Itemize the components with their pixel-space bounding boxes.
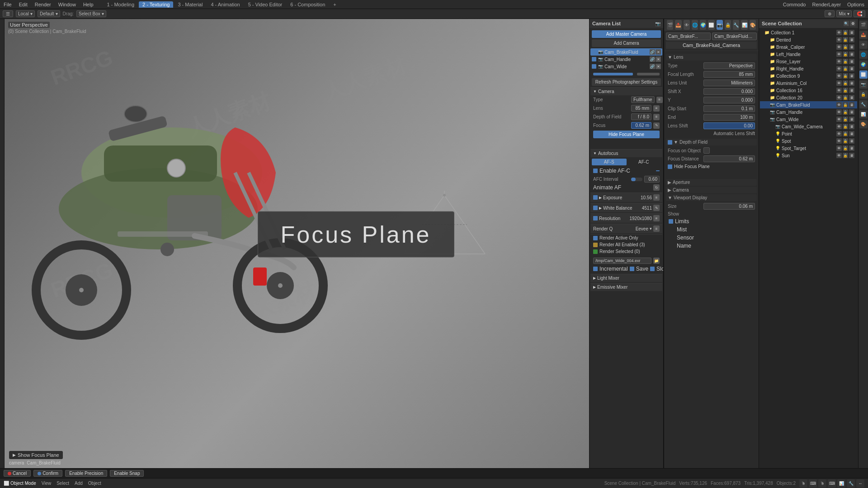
menu-render[interactable]: Render: [33, 2, 53, 7]
scene-item-collection-20[interactable]: 📁Collection 20👁🔒🖥: [760, 94, 857, 101]
rs-icon-3[interactable]: 👁: [859, 41, 868, 49]
vis-btn[interactable]: 🖥: [849, 30, 854, 35]
tab-texturing[interactable]: 2 - Texturing: [139, 1, 173, 8]
options-btn[interactable]: Options: [845, 2, 866, 7]
enable-afc-checkbox[interactable]: [593, 169, 598, 173]
scene-item-break_caliper[interactable]: 📁Break_Caliper👁🔒🖥: [760, 43, 857, 51]
object-menu[interactable]: Object: [88, 481, 101, 486]
scene-item-cam_wide_camera[interactable]: 📷Cam_Wide_Camera👁🔒🖥: [760, 123, 857, 130]
focus-pencil-btn[interactable]: ✎: [653, 122, 660, 129]
vis-btn[interactable]: 🔒: [843, 73, 848, 79]
viewport-display-header[interactable]: ▼ Viewport Display: [666, 194, 757, 201]
vis-btn[interactable]: 🔒: [843, 88, 848, 93]
render-selected-checkbox[interactable]: [593, 249, 598, 254]
rs-icon-2[interactable]: 📤: [859, 31, 868, 39]
props-tab-data[interactable]: 📊: [741, 20, 747, 30]
refresh-btn[interactable]: Refresh Photographer Settings: [592, 78, 661, 86]
rs-icon-6[interactable]: ⬜: [859, 70, 868, 79]
ctrl-icon-7[interactable]: ↔: [856, 479, 864, 488]
rs-icon-8[interactable]: 🔒: [859, 90, 868, 99]
vis-btn[interactable]: 🔒: [843, 66, 848, 71]
props-tab-render[interactable]: 🎬: [667, 20, 673, 30]
vis-btn[interactable]: 🔒: [843, 138, 848, 144]
add-menu[interactable]: Add: [75, 481, 83, 486]
vis-btn[interactable]: 👁: [836, 88, 842, 93]
exposure-header[interactable]: ▶ Exposure 10.56 ≡: [590, 193, 662, 202]
vis-btn[interactable]: 🖥: [849, 131, 854, 136]
props-tab-modifier[interactable]: 🔧: [733, 20, 739, 30]
ctrl-icon-6[interactable]: 🔧: [847, 479, 855, 488]
ctrl-icon-4[interactable]: ⌨: [828, 479, 836, 488]
ctrl-icon-5[interactable]: 📊: [837, 479, 845, 488]
select-menu[interactable]: Select: [57, 481, 69, 486]
vis-btn[interactable]: 👁: [836, 153, 842, 158]
scene-item-collection-16[interactable]: 📁Collection 16👁🔒🖥: [760, 87, 857, 94]
camera-section-header[interactable]: ▼ Camera: [590, 88, 662, 95]
tab-material[interactable]: 3 - Material: [174, 1, 206, 8]
cam-checkbox-wide[interactable]: [592, 64, 596, 69]
cam-checkbox-brakefluid[interactable]: [592, 50, 596, 54]
vis-btn[interactable]: 🔒: [843, 80, 848, 86]
cam-wide-close-btn[interactable]: ✕: [656, 64, 661, 69]
hide-focus-plane-btn[interactable]: Hide Focus Plane: [593, 131, 660, 138]
snap-btn[interactable]: 🧲: [854, 10, 865, 17]
cam-selector-1[interactable]: Cam_BrakeF...: [666, 33, 711, 40]
vis-btn[interactable]: 🖥: [849, 124, 854, 129]
incremental-checkbox[interactable]: [593, 267, 598, 271]
cam-checkbox-handle[interactable]: [592, 57, 596, 61]
cancel-button[interactable]: Cancel: [4, 470, 31, 477]
tab-add[interactable]: +: [330, 1, 340, 8]
save-checkbox[interactable]: [630, 267, 634, 271]
vis-btn[interactable]: 🖥: [849, 37, 854, 42]
vis-btn[interactable]: 👁: [836, 131, 842, 136]
camera-type-value[interactable]: Fullframe: [631, 96, 655, 103]
vis-btn[interactable]: 🔒: [843, 95, 848, 100]
viewport[interactable]: RRCG 人人素材 RRCG 人人素材 RRCG 人人素材 人人素材 RRCG …: [5, 19, 589, 468]
emissive-mixer-header[interactable]: ▶ Emissive Mixer: [590, 283, 662, 291]
render-all-checkbox[interactable]: [593, 243, 598, 247]
vis-btn[interactable]: 👁: [836, 73, 842, 79]
add-master-camera-btn[interactable]: Add Master Camera: [592, 30, 661, 38]
rs-icon-1[interactable]: 🎬: [859, 21, 868, 29]
vis-btn[interactable]: 🖥: [849, 117, 854, 122]
light-mixer-header[interactable]: ▶ Light Mixer: [590, 274, 662, 282]
vis-btn[interactable]: 🖥: [849, 73, 854, 79]
tab-animation[interactable]: 4 - Animation: [207, 1, 243, 8]
scene-item-rose_layer[interactable]: 📁Rose_Layer👁🔒🖥: [760, 58, 857, 65]
shift-y-value[interactable]: 0.000: [703, 97, 755, 103]
vis-btn[interactable]: 👁: [836, 30, 842, 35]
cam-entry-wide[interactable]: 📷 Cam_Wide 🔗 ✕: [590, 63, 662, 70]
vis-btn[interactable]: 🔒: [843, 37, 848, 42]
rs-icon-10[interactable]: 📊: [859, 110, 868, 118]
focus-object-picker[interactable]: [703, 147, 710, 154]
border-btn[interactable]: [637, 73, 660, 75]
scene-item-cam_wide[interactable]: 📷Cam_Wide👁🔒🖥: [760, 116, 857, 123]
vis-btn[interactable]: 🖥: [849, 66, 854, 71]
vd-limits-checkbox[interactable]: [669, 219, 673, 224]
menu-help[interactable]: Help: [81, 2, 95, 7]
props-tab-object[interactable]: ⬜: [708, 20, 714, 30]
vis-btn[interactable]: 🖥: [849, 95, 854, 100]
resolution-header[interactable]: Resolution 868x488 ≡: [590, 214, 662, 223]
lens-value[interactable]: 85 mm: [631, 105, 651, 112]
res-checkbox[interactable]: [593, 216, 598, 221]
props-tab-material[interactable]: 🎨: [750, 20, 756, 30]
add-camera-btn[interactable]: Add Camera: [592, 39, 661, 47]
vis-btn[interactable]: 👁: [836, 145, 842, 151]
view-menu[interactable]: View: [42, 481, 52, 486]
vis-btn[interactable]: 🔒: [843, 124, 848, 129]
render-all-enabled-row[interactable]: Render All Enabled (3): [590, 241, 662, 248]
vis-btn[interactable]: 🖥: [849, 145, 854, 151]
output-path-btn[interactable]: 📁: [653, 258, 660, 264]
wb-checkbox[interactable]: [593, 206, 598, 210]
ctrl-icon-3[interactable]: 🖱: [818, 479, 826, 488]
rs-icon-4[interactable]: 🌐: [859, 51, 868, 59]
afs-btn[interactable]: AF-S: [592, 159, 627, 165]
scene-item-sun[interactable]: 💡Sun👁🔒🖥: [760, 152, 857, 159]
menu-file[interactable]: File: [2, 2, 14, 7]
vis-btn[interactable]: 👁: [836, 109, 842, 115]
vis-btn[interactable]: 🔒: [843, 52, 848, 57]
dof-enabled-checkbox[interactable]: [668, 140, 672, 145]
vd-size-value[interactable]: 0.06 m: [703, 203, 755, 210]
ctrl-icon-2[interactable]: ⌨: [809, 479, 817, 488]
